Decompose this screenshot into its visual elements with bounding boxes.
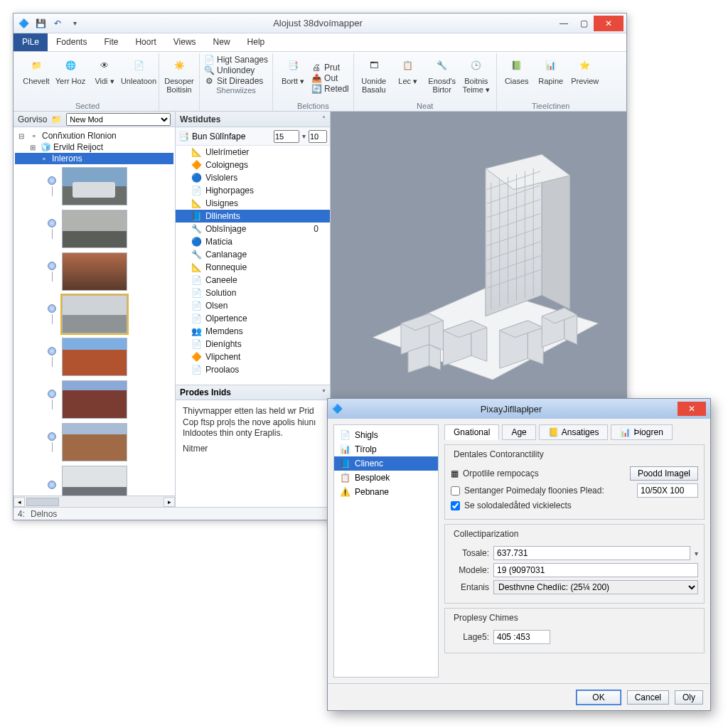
modele-input[interactable]	[493, 563, 698, 577]
menu-new[interactable]: New	[205, 33, 239, 51]
ribbon-preview-button[interactable]: ⭐Preview	[569, 55, 601, 102]
menu-fite[interactable]: Fite	[95, 33, 127, 51]
thumbnail[interactable]	[62, 338, 127, 376]
tab-gnational[interactable]: Gnational	[444, 424, 499, 440]
qat-more-icon[interactable]: ▾	[68, 16, 82, 31]
menu-fodents[interactable]: Fodents	[48, 33, 95, 51]
list-item[interactable]: 📐Ulelrímetier	[176, 146, 330, 159]
menu-views[interactable]: Views	[165, 33, 205, 51]
scroll-right-icon[interactable]: ▸	[164, 497, 175, 507]
ribbon-prut[interactable]: 🖨Prut	[311, 63, 349, 73]
thumbnail[interactable]	[62, 466, 127, 496]
thumbnail[interactable]	[62, 252, 127, 291]
ribbon-sit-direades[interactable]: ⚙Sit Direades	[204, 76, 268, 86]
ok-button[interactable]: OK	[576, 690, 621, 705]
ribbon-lec-button[interactable]: 📋Lec ▾	[392, 55, 424, 102]
nav-dot[interactable]	[48, 262, 56, 270]
menu-file[interactable]: PiLe	[14, 33, 48, 51]
dialog-nav-item[interactable]: 📋Besploek	[334, 471, 438, 485]
cancel-button[interactable]: Cancel	[627, 690, 669, 705]
oly-button[interactable]: Oly	[675, 690, 703, 705]
list-item[interactable]: 🔶Vlipchent	[176, 350, 330, 363]
project-tree[interactable]: ⊟▫Conñxution Rlonion ⊞🧊Ervild Reijoct ▫I…	[14, 127, 175, 496]
ribbon-yerrhoz-button[interactable]: 🌐Yerr Hoz	[55, 55, 86, 102]
list-item[interactable]: 📄Solution	[176, 287, 330, 299]
chevron-down-icon[interactable]: ▾	[302, 132, 306, 140]
list-item[interactable]: 📄Olpertence	[176, 312, 330, 325]
maximize-button[interactable]: ▢	[574, 16, 594, 31]
ribbon-rapine-button[interactable]: 📊Rapine	[535, 55, 567, 102]
expand-icon[interactable]: ⊟	[16, 131, 26, 141]
list-item[interactable]: 📐Ronnequie	[176, 261, 330, 274]
app-icon[interactable]: 🔷	[16, 16, 31, 31]
menu-help[interactable]: Help	[239, 33, 274, 51]
nav-dot[interactable]	[48, 390, 56, 398]
nav-dot[interactable]	[48, 481, 56, 489]
collapse-icon[interactable]: ˄	[322, 115, 326, 123]
ribbon-retedl[interactable]: 🔄Retedl	[311, 84, 349, 94]
list-item[interactable]: 👥Memdens	[176, 325, 330, 338]
chk-sentanger[interactable]	[451, 486, 460, 496]
poodd-image-button[interactable]: Poodd Imagel	[630, 466, 698, 481]
dialog-nav-item[interactable]: 📘Clinenc	[334, 456, 438, 471]
list-item[interactable]: 🔵Maticia	[176, 235, 330, 248]
nav-dot[interactable]	[48, 432, 56, 441]
ribbon-higt-sanages[interactable]: 📄Higt Sanages	[204, 55, 268, 65]
list-item[interactable]: 📐Uisignes	[176, 197, 330, 210]
list-item[interactable]: 🔧Canlanage	[176, 248, 330, 261]
ribbon-uonide-button[interactable]: 🗔Uonide Basalu	[358, 55, 390, 102]
nav-dot[interactable]	[48, 347, 56, 355]
thumbnail[interactable]	[62, 210, 127, 248]
expand-icon[interactable]: ⊞	[28, 142, 38, 152]
chevron-down-icon[interactable]: ˅	[322, 389, 326, 397]
ribbon-boitnis-button[interactable]: 🕒Boitnis Teime ▾	[461, 55, 492, 102]
ribbon-enosds-button[interactable]: 🔧Enosd's Birtor	[427, 55, 458, 102]
tosale-input[interactable]	[493, 546, 690, 560]
ribbon-desoper-button[interactable]: ☀️Desoper Boitisin	[164, 55, 195, 110]
chevron-down-icon[interactable]: ▾	[695, 550, 698, 557]
list-item[interactable]: 🔵Vislolers	[176, 171, 330, 184]
list-item[interactable]: 📄Caneele	[176, 274, 330, 287]
spin-input-2[interactable]	[309, 130, 327, 143]
list-item[interactable]: 📄Olsen	[176, 299, 330, 312]
list-item[interactable]: 📄Proolaos	[176, 363, 330, 376]
list-item[interactable]: 🔶Coloignegs	[176, 159, 330, 171]
nav-dot[interactable]	[48, 304, 56, 313]
ribbon-chevelt-button[interactable]: 📁Chevelt	[21, 55, 52, 102]
dialog-close-button[interactable]: ✕	[678, 402, 706, 416]
dialog-nav-list[interactable]: 📄Shigls📊Tïrolp📘Clinenc📋Besploek⚠️Pebnane	[333, 424, 439, 678]
dialog-nav-item[interactable]: ⚠️Pebnane	[334, 485, 438, 499]
thumbnail[interactable]	[62, 167, 127, 205]
ribbon-unliondey[interactable]: 🔍Unliondey	[204, 65, 268, 75]
thumbnail[interactable]	[62, 423, 127, 461]
list-item[interactable]: 📄Dieníghts	[176, 338, 330, 350]
tab-ansatiges[interactable]: 📒Ansatiges	[539, 424, 609, 440]
ribbon-ciases-button[interactable]: 📗Ciases	[501, 55, 532, 102]
thumbnail[interactable]	[62, 380, 127, 419]
list-item[interactable]: 🔧Oblsînjage0	[176, 223, 330, 235]
entanis-select[interactable]: Desthvne Chedíic: (25¼ 200)	[493, 580, 698, 594]
qat-undo-icon[interactable]: ↶	[50, 16, 65, 31]
tree-row[interactable]: ⊟▫Conñxution Rlonion	[15, 130, 173, 141]
scroll-thumb[interactable]	[26, 498, 59, 506]
chk1-value-input[interactable]	[637, 483, 698, 498]
qat-save-icon[interactable]: 💾	[33, 16, 48, 31]
nav-dot[interactable]	[48, 176, 56, 185]
dialog-nav-item[interactable]: 📊Tïrolp	[334, 442, 438, 456]
nav-dot[interactable]	[48, 219, 56, 228]
horizontal-scrollbar[interactable]: ◂▸	[14, 496, 175, 507]
tool-icon[interactable]: 📑	[178, 132, 189, 141]
lage5-input[interactable]	[493, 630, 550, 644]
ribbon-unleatoon-button[interactable]: 📄Unleatoon	[123, 55, 154, 102]
thumbnail-selected[interactable]	[62, 295, 127, 333]
ribbon-out[interactable]: 📤Out	[311, 73, 349, 83]
project-select[interactable]: New Mod	[66, 113, 171, 126]
tab-age[interactable]: Age	[502, 424, 535, 440]
list-item[interactable]: 📘Dllinelnts	[176, 210, 330, 223]
minimize-button[interactable]: —	[554, 16, 574, 31]
tab-piogren[interactable]: 📊Þiogren	[611, 424, 672, 440]
menu-hoort[interactable]: Hoort	[127, 33, 164, 51]
spin-input-1[interactable]	[274, 130, 299, 143]
scroll-left-icon[interactable]: ◂	[14, 497, 25, 507]
dialog-nav-item[interactable]: 📄Shigls	[334, 428, 438, 442]
